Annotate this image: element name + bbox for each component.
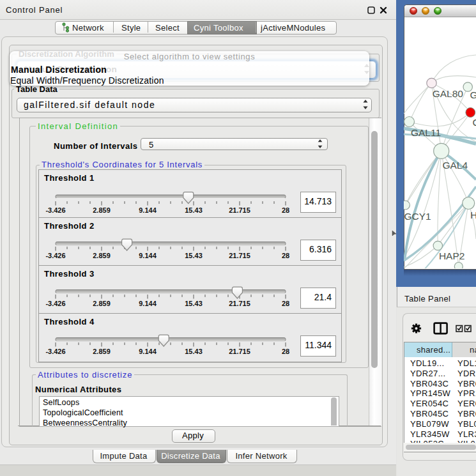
svg-text:GA: GA (470, 89, 476, 100)
svg-text:28: 28 (282, 252, 289, 259)
svg-text:-3.426: -3.426 (45, 252, 65, 259)
svg-text:-3.426: -3.426 (45, 206, 65, 214)
svg-text:C: C (473, 117, 476, 128)
svg-text:9.144: 9.144 (139, 300, 157, 307)
svg-text:HAP2: HAP2 (439, 250, 465, 261)
svg-text:-3.426: -3.426 (45, 348, 65, 355)
svg-text:21.715: 21.715 (229, 348, 250, 355)
svg-text:GAL4: GAL4 (442, 160, 468, 171)
svg-text:28: 28 (282, 348, 289, 355)
svg-text:15.43: 15.43 (185, 206, 203, 214)
svg-text:15.43: 15.43 (185, 348, 203, 355)
svg-text:21.715: 21.715 (229, 252, 250, 259)
svg-text:GAL80: GAL80 (433, 88, 464, 99)
svg-text:H: H (470, 210, 476, 220)
svg-text:2.859: 2.859 (93, 252, 111, 259)
svg-text:2.859: 2.859 (93, 348, 111, 355)
svg-text:28: 28 (282, 300, 289, 307)
svg-text:9.144: 9.144 (139, 252, 157, 259)
svg-text:21.715: 21.715 (229, 300, 250, 307)
svg-text:2.859: 2.859 (93, 206, 111, 214)
svg-text:-3.426: -3.426 (45, 300, 65, 307)
svg-text:15.43: 15.43 (185, 300, 203, 307)
svg-text:21.715: 21.715 (229, 206, 250, 214)
svg-text:2.859: 2.859 (93, 300, 111, 307)
svg-text:28: 28 (282, 206, 289, 214)
svg-text:9.144: 9.144 (139, 206, 157, 214)
svg-text:9.144: 9.144 (139, 348, 157, 355)
svg-text:GAL11: GAL11 (411, 127, 441, 138)
svg-text:GCY1: GCY1 (404, 211, 431, 222)
svg-text:15.43: 15.43 (185, 252, 203, 259)
